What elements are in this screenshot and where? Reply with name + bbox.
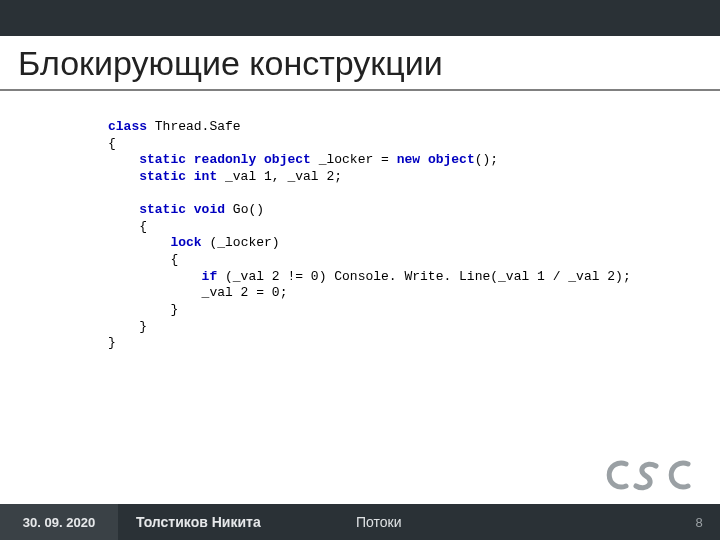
code-text: { <box>108 219 147 234</box>
footer-page-number: 8 <box>678 504 720 540</box>
code-text: (_locker) <box>202 235 280 250</box>
code-kw: lock <box>108 235 202 250</box>
footer-bar: 30. 09. 2020 Толстиков Никита Потоки 8 <box>0 504 720 540</box>
title-bar <box>0 0 720 36</box>
code-block: class Thread.Safe { static readonly obje… <box>108 119 700 352</box>
code-kw: static int <box>108 169 217 184</box>
code-kw: static void <box>108 202 225 217</box>
slide-title: Блокирующие конструкции <box>0 36 720 83</box>
code-text: (_val 2 != 0) Console. Write. Line(_val … <box>217 269 630 284</box>
slide: Блокирующие конструкции class Thread.Saf… <box>0 0 720 540</box>
code-text: Thread.Safe <box>147 119 241 134</box>
code-text: _val 1, _val 2; <box>217 169 342 184</box>
code-text: _locker = <box>311 152 397 167</box>
code-text: { <box>108 252 178 267</box>
code-text: (); <box>475 152 498 167</box>
code-kw: static readonly object <box>108 152 311 167</box>
code-text: Go() <box>225 202 264 217</box>
code-text: } <box>108 319 147 334</box>
footer-author: Толстиков Никита <box>118 504 338 540</box>
csc-logo <box>602 454 698 496</box>
code-kw: if <box>108 269 217 284</box>
footer-topic: Потоки <box>338 504 678 540</box>
code-text: _val 2 = 0; <box>108 285 287 300</box>
code-text: } <box>108 335 116 350</box>
code-kw: new object <box>397 152 475 167</box>
content-area: class Thread.Safe { static readonly obje… <box>0 91 720 352</box>
code-text: { <box>108 136 116 151</box>
footer-date: 30. 09. 2020 <box>0 504 118 540</box>
code-text: } <box>108 302 178 317</box>
code-kw: class <box>108 119 147 134</box>
